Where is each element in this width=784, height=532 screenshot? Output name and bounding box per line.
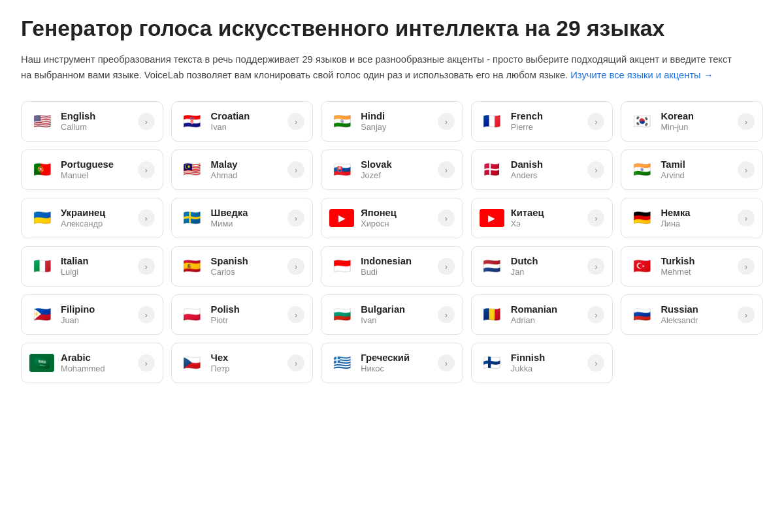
card-arrow-button[interactable]: › <box>438 161 455 178</box>
card-voice-name: Manuel <box>61 170 131 180</box>
card-arrow-button[interactable]: › <box>287 210 304 227</box>
card-voice-name: Ivan <box>361 315 431 325</box>
card-language: Russian <box>661 304 731 315</box>
card-text: Украинец Александр <box>61 208 131 228</box>
card-arrow-button[interactable]: › <box>587 354 604 371</box>
card-arrow-button[interactable]: › <box>438 258 455 275</box>
language-card[interactable]: 🇩🇪 Немка Лина › <box>621 198 763 238</box>
card-text: Romanian Adrian <box>511 304 581 325</box>
card-language: Finnish <box>511 352 581 363</box>
language-card[interactable]: 🇸🇦 Arabic Mohammed › <box>21 343 163 383</box>
page-title: Генератор голоса искусственного интеллек… <box>21 16 763 42</box>
card-text: Греческий Никос <box>361 352 431 373</box>
card-voice-name: Carlos <box>211 267 282 277</box>
card-arrow-button[interactable]: › <box>438 354 455 371</box>
card-arrow-button[interactable]: › <box>287 113 304 130</box>
flag-icon: 🇩🇪 <box>629 209 654 227</box>
language-card[interactable]: 🇪🇸 Spanish Carlos › <box>171 246 314 287</box>
card-arrow-button[interactable]: › <box>438 113 455 130</box>
card-arrow-button[interactable]: › <box>738 210 755 227</box>
language-card[interactable]: 🇮🇳 Tamil Arvind › <box>621 149 763 190</box>
card-arrow-button[interactable]: › <box>438 210 455 227</box>
card-voice-name: Adrian <box>511 315 581 325</box>
language-card[interactable]: 🇭🇷 Croatian Ivan › <box>171 101 314 142</box>
language-card[interactable]: 🇧🇬 Bulgarian Ivan › <box>321 294 463 335</box>
language-card[interactable]: 🇺🇦 Украинец Александр › <box>21 198 163 238</box>
language-card[interactable]: 🇵🇱 Polish Piotr › <box>171 294 314 335</box>
language-card[interactable]: 🇸🇪 Шведка Мими › <box>171 198 314 238</box>
card-arrow-button[interactable]: › <box>138 306 155 323</box>
language-card[interactable]: 🇫🇷 French Pierre › <box>471 101 613 142</box>
card-arrow-button[interactable]: › <box>738 161 755 178</box>
language-card[interactable]: ▶ Японец Хиросн › <box>321 198 463 238</box>
card-voice-name: Luigi <box>61 267 131 277</box>
card-arrow-button[interactable]: › <box>738 113 755 130</box>
language-card[interactable]: 🇵🇹 Portuguese Manuel › <box>21 149 163 190</box>
language-card[interactable]: 🇰🇷 Korean Min-jun › <box>621 101 763 142</box>
card-text: Malay Ahmad <box>211 159 282 180</box>
card-language: Hindi <box>361 111 431 121</box>
language-grid: 🇺🇸 English Callum › 🇭🇷 Croatian Ivan › 🇮… <box>21 101 763 383</box>
card-text: Hindi Sanjay <box>361 111 431 132</box>
card-language: Portuguese <box>61 159 131 170</box>
card-text: Polish Piotr <box>211 304 282 325</box>
card-text: Italian Luigi <box>61 256 131 277</box>
card-text: Croatian Ivan <box>211 111 282 132</box>
card-arrow-button[interactable]: › <box>287 161 304 178</box>
flag-icon: 🇸🇰 <box>329 161 354 179</box>
learn-more-link[interactable]: Изучите все языки и акценты → <box>570 70 713 80</box>
card-arrow-button[interactable]: › <box>138 210 155 227</box>
card-language: Чех <box>211 352 282 363</box>
language-card[interactable]: 🇺🇸 English Callum › <box>21 101 163 142</box>
card-arrow-button[interactable]: › <box>587 113 604 130</box>
card-arrow-button[interactable]: › <box>587 258 604 275</box>
language-card[interactable]: 🇵🇭 Filipino Juan › <box>21 294 163 335</box>
card-arrow-button[interactable]: › <box>138 258 155 275</box>
card-arrow-button[interactable]: › <box>287 258 304 275</box>
language-card[interactable]: 🇬🇷 Греческий Никос › <box>321 343 463 383</box>
card-arrow-button[interactable]: › <box>138 161 155 178</box>
language-card[interactable]: 🇩🇰 Danish Anders › <box>471 149 613 190</box>
card-voice-name: Mehmet <box>661 267 731 277</box>
card-arrow-button[interactable]: › <box>738 306 755 323</box>
flag-icon: 🇮🇳 <box>629 161 654 179</box>
card-arrow-button[interactable]: › <box>587 306 604 323</box>
language-card[interactable]: 🇮🇳 Hindi Sanjay › <box>321 101 463 142</box>
flag-icon: 🇰🇷 <box>629 112 654 131</box>
card-arrow-button[interactable]: › <box>287 306 304 323</box>
language-card[interactable]: ▶ Китаец Хэ › <box>471 198 613 238</box>
language-card[interactable]: 🇮🇩 Indonesian Budi › <box>321 246 463 287</box>
card-text: English Callum <box>61 111 131 132</box>
language-card[interactable]: 🇹🇷 Turkish Mehmet › <box>621 246 763 287</box>
card-voice-name: Pierre <box>511 122 581 132</box>
card-language: Tamil <box>661 159 731 170</box>
card-voice-name: Jukka <box>511 364 581 373</box>
language-card[interactable]: 🇷🇴 Romanian Adrian › <box>471 294 613 335</box>
page-description: Наш инструмент преобразования текста в р… <box>21 52 740 83</box>
language-card[interactable]: 🇸🇰 Slovak Jozef › <box>321 149 463 190</box>
card-voice-name: Piotr <box>211 315 282 325</box>
card-language: Croatian <box>211 111 282 121</box>
language-card[interactable]: 🇮🇹 Italian Luigi › <box>21 246 163 287</box>
card-arrow-button[interactable]: › <box>138 354 155 371</box>
card-arrow-button[interactable]: › <box>438 306 455 323</box>
card-language: Bulgarian <box>361 304 431 315</box>
flag-icon: 🇵🇱 <box>180 305 204 324</box>
language-card[interactable]: 🇷🇺 Russian Aleksandr › <box>621 294 763 335</box>
card-arrow-button[interactable]: › <box>587 161 604 178</box>
language-card[interactable]: 🇨🇿 Чех Петр › <box>171 343 314 383</box>
card-text: Indonesian Budi <box>361 256 431 277</box>
language-card[interactable]: 🇲🇾 Malay Ahmad › <box>171 149 314 190</box>
card-voice-name: Mohammed <box>61 364 131 373</box>
card-arrow-button[interactable]: › <box>738 258 755 275</box>
card-arrow-button[interactable]: › <box>287 354 304 371</box>
card-arrow-button[interactable]: › <box>587 210 604 227</box>
card-text: Slovak Jozef <box>361 159 431 180</box>
language-card[interactable]: 🇫🇮 Finnish Jukka › <box>471 343 613 383</box>
card-language: Korean <box>661 111 731 121</box>
card-voice-name: Anders <box>511 170 581 180</box>
language-card[interactable]: 🇳🇱 Dutch Jan › <box>471 246 613 287</box>
card-text: Finnish Jukka <box>511 352 581 373</box>
card-voice-name: Budi <box>361 267 431 277</box>
card-arrow-button[interactable]: › <box>138 113 155 130</box>
